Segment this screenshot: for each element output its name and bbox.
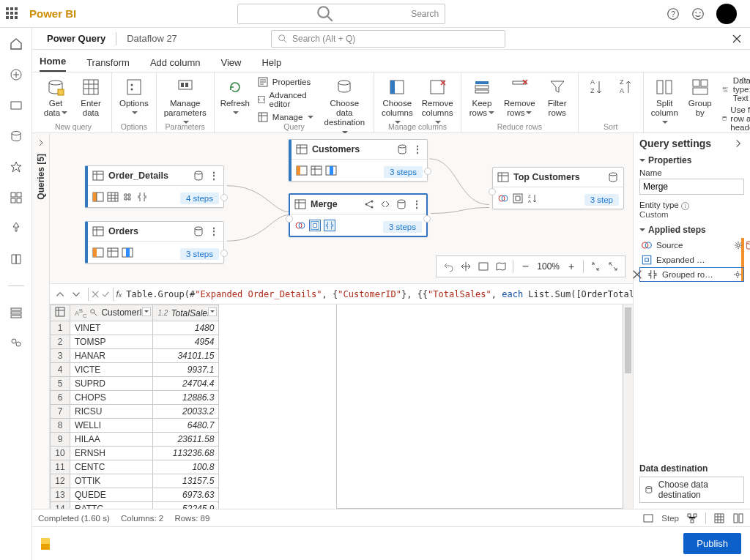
- nav-browse-icon[interactable]: [9, 98, 23, 113]
- node-top-customers[interactable]: Top Customers ZA 3 step: [492, 167, 624, 209]
- nav-metrics-icon[interactable]: [9, 160, 23, 174]
- table-row[interactable]: 4VICTE9937.1: [51, 363, 219, 377]
- app-launcher-icon[interactable]: [6, 7, 19, 20]
- map-icon[interactable]: [495, 261, 507, 272]
- tab-home[interactable]: Home: [40, 51, 66, 72]
- options-button[interactable]: Options: [116, 75, 152, 119]
- collapse-ribbon-icon[interactable]: [738, 74, 749, 84]
- zoom-out-icon[interactable]: −: [519, 261, 531, 272]
- table-row[interactable]: 14RATTC52245.9: [51, 502, 219, 509]
- table-row[interactable]: 13QUEDE6973.63: [51, 488, 219, 502]
- ribbon-search[interactable]: Search (Alt + Q): [271, 30, 505, 48]
- expand-icon[interactable]: [379, 198, 391, 210]
- node-menu-icon[interactable]: ⋮: [209, 171, 219, 181]
- section-applied-steps[interactable]: Applied steps: [639, 225, 744, 235]
- choose-columns-button[interactable]: Choose columns: [379, 75, 415, 130]
- properties-button[interactable]: Properties: [254, 75, 317, 89]
- section-properties[interactable]: Properties: [639, 155, 744, 165]
- expand-queries-icon[interactable]: [36, 138, 46, 148]
- datasource-icon[interactable]: [607, 171, 619, 183]
- datasource-icon[interactable]: [396, 198, 407, 210]
- manage-parameters-button[interactable]: Manage parameters: [161, 75, 209, 130]
- advanced-editor-button[interactable]: Advanced editor: [254, 90, 317, 109]
- sort-desc-button[interactable]: ZA: [612, 75, 639, 99]
- delete-step-icon[interactable]: [631, 269, 643, 280]
- tab-help[interactable]: Help: [261, 53, 281, 72]
- sort-asc-button[interactable]: AZ: [583, 75, 609, 99]
- tab-add-column[interactable]: Add column: [150, 53, 201, 72]
- grid-corner-icon[interactable]: [51, 305, 70, 321]
- fit-icon[interactable]: [478, 261, 489, 272]
- pan-icon[interactable]: [460, 261, 472, 272]
- data-grid[interactable]: ABCCustomerID 1.2TotalSales: [50, 305, 336, 509]
- remove-rows-button[interactable]: Remove rows: [501, 75, 538, 119]
- close-icon[interactable]: [731, 33, 743, 45]
- table-row[interactable]: 11CENTC100.8: [51, 460, 219, 474]
- nav-datahub-icon[interactable]: [9, 129, 23, 143]
- step-expanded[interactable]: Expanded …: [639, 253, 744, 267]
- feedback-icon[interactable]: [691, 7, 705, 20]
- node-merge[interactable]: Merge ⋮ 3 steps: [289, 193, 428, 237]
- fx-cancel-icon[interactable]: [90, 288, 100, 300]
- zoom-in-icon[interactable]: +: [565, 261, 577, 272]
- nav-apps-icon[interactable]: [9, 190, 23, 205]
- nav-create-icon[interactable]: [9, 67, 23, 82]
- split-column-button[interactable]: Split column: [648, 75, 681, 130]
- first-row-headers-button[interactable]: Use first row as headers: [719, 105, 750, 132]
- table-row[interactable]: 10ERNSH113236.68: [51, 447, 219, 460]
- choose-destination-ribbon-button[interactable]: Choose data destination: [319, 75, 369, 139]
- query-name-input[interactable]: [639, 179, 744, 195]
- breadcrumb-dataflow[interactable]: Dataflow 27: [119, 30, 185, 47]
- table-row[interactable]: 7RICSU20033.2: [51, 405, 219, 419]
- share-icon[interactable]: [363, 198, 375, 210]
- step-grouped[interactable]: Grouped ro…: [639, 267, 744, 282]
- column-customerid[interactable]: ABCCustomerID: [70, 305, 153, 321]
- formula-text[interactable]: Table.Group(#"Expanded Order_Details", {…: [126, 289, 633, 299]
- node-menu-icon[interactable]: ⋮: [412, 199, 422, 209]
- status-diagram-icon[interactable]: [686, 512, 698, 524]
- status-step-icon[interactable]: [642, 512, 654, 524]
- global-search[interactable]: Search: [237, 4, 445, 24]
- collapse-view-icon[interactable]: [590, 261, 601, 272]
- tab-transform[interactable]: Transform: [86, 53, 130, 72]
- table-row[interactable]: 5SUPRD24704.4: [51, 377, 219, 391]
- pane-expand-icon[interactable]: [732, 138, 744, 149]
- nav-deploy-icon[interactable]: [9, 221, 23, 236]
- table-row[interactable]: 8WELLI6480.7: [51, 419, 219, 433]
- queries-rail[interactable]: Queries [5]: [32, 133, 50, 509]
- vertical-scrollbar[interactable]: [623, 305, 633, 509]
- step-destination-icon[interactable]: [744, 239, 750, 251]
- remove-columns-button[interactable]: Remove columns: [418, 75, 456, 130]
- get-data-button[interactable]: Get data: [40, 75, 72, 119]
- expand-view-icon[interactable]: [607, 261, 619, 272]
- refresh-button[interactable]: Refresh: [219, 75, 251, 119]
- status-split-icon[interactable]: [732, 512, 744, 524]
- info-icon[interactable]: i: [681, 202, 689, 210]
- table-row[interactable]: 1VINET1480: [51, 321, 219, 335]
- column-totalsales[interactable]: 1.2TotalSales: [153, 305, 219, 321]
- gear-icon[interactable]: [734, 241, 743, 250]
- nav-workspaces-icon[interactable]: [9, 305, 23, 320]
- datasource-icon[interactable]: [396, 143, 408, 155]
- node-order-details[interactable]: Order_Details ⋮ 4 steps: [85, 165, 224, 208]
- column-filter-icon[interactable]: [208, 307, 217, 316]
- keep-rows-button[interactable]: Keep rows: [466, 75, 498, 119]
- undo-icon[interactable]: [442, 261, 454, 272]
- status-grid-icon[interactable]: [713, 512, 725, 524]
- choose-destination-button[interactable]: Choose data destination: [639, 477, 744, 503]
- fx-collapse-icon[interactable]: [54, 288, 66, 300]
- table-row[interactable]: 2TOMSP4954: [51, 335, 219, 349]
- group-by-button[interactable]: Group by: [684, 75, 716, 119]
- fx-expand-icon[interactable]: [70, 288, 82, 300]
- help-icon[interactable]: ?: [667, 7, 680, 20]
- node-menu-icon[interactable]: ⋮: [209, 226, 219, 236]
- tab-view[interactable]: View: [221, 53, 242, 72]
- avatar[interactable]: [716, 4, 737, 24]
- nav-learn-icon[interactable]: [9, 252, 23, 266]
- datasource-icon[interactable]: [193, 170, 204, 182]
- enter-data-button[interactable]: Enter data: [75, 75, 107, 119]
- table-row[interactable]: 3HANAR34101.15: [51, 349, 219, 363]
- nav-home-icon[interactable]: [9, 37, 23, 51]
- diagram-canvas[interactable]: Order_Details ⋮ 4 steps: [50, 133, 633, 284]
- table-row[interactable]: 6CHOPS12886.3: [51, 391, 219, 405]
